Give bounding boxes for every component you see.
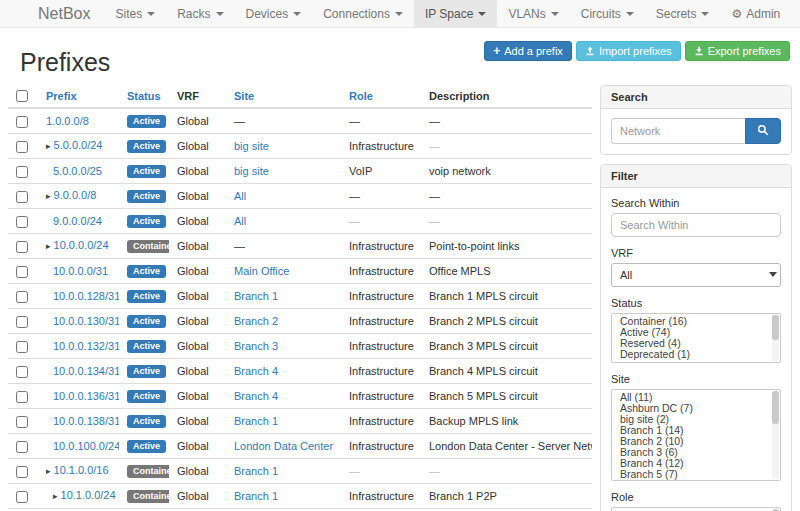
row-checkbox[interactable] <box>16 216 28 228</box>
prefix-link[interactable]: 10.0.0.132/31 <box>53 340 119 352</box>
role-cell: Infrastructure <box>341 384 421 409</box>
site-cell: big site <box>226 134 341 159</box>
prefix-link[interactable]: 10.0.0.136/31 <box>53 390 119 402</box>
search-within-input[interactable] <box>611 213 781 237</box>
expand-arrow-icon[interactable]: ▸ <box>46 241 51 251</box>
site-cell-link[interactable]: big site <box>234 165 269 177</box>
site-filter-label: Site <box>611 373 781 385</box>
sort-link-site[interactable]: Site <box>234 90 254 102</box>
site-cell-link[interactable]: All <box>234 190 246 202</box>
nav-item-ip-space[interactable]: IP Space <box>414 0 497 27</box>
nav-item-racks[interactable]: Racks <box>166 0 234 27</box>
nav-item-connections[interactable]: Connections <box>312 0 414 27</box>
export-prefixes-button[interactable]: Export prefixes <box>685 41 790 61</box>
listbox-option[interactable]: Deprecated (1) <box>612 349 780 360</box>
row-checkbox[interactable] <box>16 466 28 478</box>
site-cell-link[interactable]: Branch 3 <box>234 340 278 352</box>
nav-item-secrets[interactable]: Secrets <box>645 0 721 27</box>
site-cell-link[interactable]: Branch 1 <box>234 415 278 427</box>
scrollbar-thumb[interactable] <box>772 391 779 424</box>
row-checkbox[interactable] <box>16 241 28 253</box>
row-checkbox[interactable] <box>16 391 28 403</box>
row-checkbox[interactable] <box>16 266 28 278</box>
site-cell-link[interactable]: Branch 1 <box>234 290 278 302</box>
prefix-link[interactable]: 10.1.0.0/16 <box>54 464 109 476</box>
site-cell-link[interactable]: Branch 1 <box>234 490 278 502</box>
prefix-link[interactable]: 10.0.0.138/31 <box>53 415 119 427</box>
role-cell: Infrastructure <box>341 334 421 359</box>
nav-item-label: Connections <box>323 7 390 21</box>
row-checkbox[interactable] <box>16 291 28 303</box>
prefix-link[interactable]: 10.0.100.0/24 <box>53 440 119 452</box>
row-checkbox[interactable] <box>16 341 28 353</box>
role-cell: Infrastructure <box>341 484 421 509</box>
row-checkbox[interactable] <box>16 116 28 128</box>
prefix-link[interactable]: 10.0.0.128/31 <box>53 290 119 302</box>
site-cell-link[interactable]: Branch 1 <box>234 465 278 477</box>
prefix-link[interactable]: 10.0.0.134/31 <box>53 365 119 377</box>
nav-item-devices[interactable]: Devices <box>235 0 313 27</box>
prefix-cell: 10.0.0.132/31 <box>38 334 119 359</box>
row-checkbox[interactable] <box>16 416 28 428</box>
table-row: ▸5.0.0.0/24ActiveGlobalbig siteInfrastru… <box>8 134 592 159</box>
column-header-vrf: VRF <box>169 84 226 108</box>
select-all-checkbox[interactable] <box>16 90 28 102</box>
prefix-cell: ▸10.1.0.0/16 <box>38 459 119 484</box>
sort-link-role[interactable]: Role <box>349 90 373 102</box>
site-cell: Branch 1 <box>226 284 341 309</box>
sort-link-prefix[interactable]: Prefix <box>46 90 77 102</box>
nav-item-admin[interactable]: ⚙Admin <box>720 0 791 27</box>
site-cell-link[interactable]: Main Office <box>234 265 289 277</box>
site-cell-link[interactable]: Branch 2 <box>234 315 278 327</box>
add-a-prefix-button[interactable]: +Add a prefix <box>484 41 572 61</box>
row-checkbox[interactable] <box>16 366 28 378</box>
prefix-link[interactable]: 10.1.0.0/24 <box>61 489 116 501</box>
site-cell-link[interactable]: Branch 4 <box>234 390 278 402</box>
search-input[interactable] <box>611 118 745 144</box>
expand-arrow-icon[interactable]: ▸ <box>46 191 51 201</box>
listbox-option[interactable]: COLO-1-24 (3) <box>612 480 780 481</box>
sort-link-status[interactable]: Status <box>127 90 161 102</box>
row-checkbox[interactable] <box>16 166 28 178</box>
prefix-link[interactable]: 5.0.0.0/24 <box>54 139 103 151</box>
expand-arrow-icon[interactable]: ▸ <box>46 466 51 476</box>
brand-logo[interactable]: NetBox <box>38 0 90 27</box>
expand-arrow-icon[interactable]: ▸ <box>53 491 58 501</box>
nav-item-vlans[interactable]: VLANs <box>497 0 569 27</box>
nav-item-label: IP Space <box>425 7 473 21</box>
row-checkbox[interactable] <box>16 141 28 153</box>
vrf-cell: Global <box>169 384 226 409</box>
site-cell-link[interactable]: Branch 4 <box>234 365 278 377</box>
site-cell-link[interactable]: big site <box>234 140 269 152</box>
chevron-down-icon <box>551 12 559 16</box>
prefix-link[interactable]: 9.0.0.0/8 <box>54 189 97 201</box>
row-checkbox[interactable] <box>16 491 28 503</box>
search-button[interactable] <box>745 118 781 144</box>
nav-item-profile[interactable]: Profile <box>791 0 800 27</box>
nav-item-sites[interactable]: Sites <box>104 0 166 27</box>
site-cell-link[interactable]: London Data Center <box>234 440 333 452</box>
prefix-cell: ▸5.0.0.0/24 <box>38 134 119 159</box>
import-prefixes-button[interactable]: Import prefixes <box>576 41 681 61</box>
table-row: 10.0.0.134/31ActiveGlobalBranch 4Infrast… <box>8 359 592 384</box>
nav-item-circuits[interactable]: Circuits <box>570 0 645 27</box>
table-row: ▸10.1.0.0/24ContainerGlobalBranch 1Infra… <box>8 484 592 509</box>
prefix-link[interactable]: 10.0.0.130/31 <box>53 315 119 327</box>
status-badge: Active <box>127 165 166 178</box>
prefix-link[interactable]: 5.0.0.0/25 <box>53 165 102 177</box>
prefix-link[interactable]: 10.0.0.0/31 <box>53 265 108 277</box>
vrf-cell: Global <box>169 234 226 259</box>
row-checkbox[interactable] <box>16 441 28 453</box>
expand-arrow-icon[interactable]: ▸ <box>46 141 51 151</box>
prefix-link[interactable]: 10.0.0.0/24 <box>54 239 109 251</box>
prefix-link[interactable]: 9.0.0.0/24 <box>53 215 102 227</box>
site-cell: All <box>226 184 341 209</box>
scrollbar-thumb[interactable] <box>772 315 779 340</box>
row-checkbox[interactable] <box>16 191 28 203</box>
description-cell: Branch 1 P2P <box>421 484 592 509</box>
site-cell-link[interactable]: All <box>234 215 246 227</box>
vrf-select[interactable]: All <box>611 263 781 287</box>
row-checkbox[interactable] <box>16 316 28 328</box>
vrf-cell: Global <box>169 259 226 284</box>
prefix-link[interactable]: 1.0.0.0/8 <box>46 115 89 127</box>
